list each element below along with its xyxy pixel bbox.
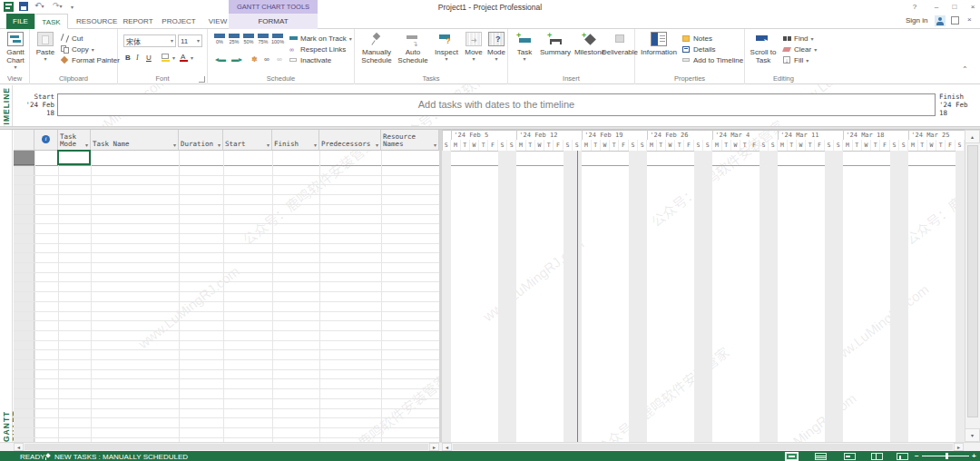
details-button[interactable]: Details [682,44,715,54]
column-header-resource_names[interactable]: ResourceNames▾ [381,130,439,151]
link-arrow-right-icon[interactable]: ▬▸ [231,54,242,64]
column-header-finish[interactable]: Finish▾ [272,130,319,151]
insert-deliverable-button[interactable]: Deliverable [606,32,633,56]
filter-arrow-icon[interactable]: ▾ [85,142,88,148]
percent-100-button[interactable]: 100% [271,34,284,44]
help-button[interactable]: ? [907,2,922,12]
percent-25-button[interactable]: 25% [228,34,240,44]
column-header-predecessors[interactable]: Predecessors▾ [319,130,381,151]
fill-button[interactable]: ↓ Fill▾ [783,55,808,65]
mode-button[interactable]: ? Mode▾ [485,32,507,62]
maximize-button[interactable]: □ [947,2,962,12]
timeline-pane-tab[interactable]: TIMELINE [0,85,13,126]
insert-summary-button[interactable]: + Summary [539,32,572,56]
auto-schedule-button[interactable]: ↴ Auto Schedule [397,32,429,64]
underline-button[interactable]: U [146,53,152,63]
notes-button[interactable]: Notes [682,34,712,44]
font-color-button[interactable]: A▾ [180,53,193,63]
table-scroll-right-icon[interactable]: ▸ [429,443,439,451]
zoom-in-icon[interactable]: + [972,452,976,460]
manually-schedule-button[interactable]: Manually Schedule [358,32,395,64]
inspect-button[interactable]: ? Inspect▾ [433,32,460,62]
font-name-combo[interactable]: 宋体▾ [123,34,176,47]
avatar[interactable] [935,15,946,26]
scroll-to-task-button[interactable]: ➤ Scroll to Task [749,32,778,64]
add-to-timeline-button[interactable]: Add to Timeline [682,55,743,65]
view-report-icon[interactable] [897,453,908,460]
percent-50-button[interactable]: 50% [242,34,255,44]
percent-75-button[interactable]: 75% [257,34,270,44]
status-new-tasks[interactable]: NEW TASKS : MANUALLY SCHEDULED [54,453,188,461]
find-button[interactable]: Find▾ [783,34,814,44]
gantt-hscroll-thumb[interactable] [453,444,953,450]
close-pane-icon[interactable]: × [967,15,972,24]
column-header-duration[interactable]: Duration▾ [179,130,223,151]
font-size-combo[interactable]: 11▾ [178,34,202,47]
sign-in-link[interactable]: Sign in [906,16,927,25]
column-header-task_name[interactable]: Task Name▾ [91,130,179,151]
paste-button[interactable]: Paste▾ [34,32,57,62]
highlight-color-button[interactable]: ▾ [162,53,175,63]
vscroll-thumb[interactable] [967,145,978,417]
link-arrow-left-icon[interactable]: ◂▬ [215,54,226,64]
filter-arrow-icon[interactable]: ▾ [434,142,436,148]
table-hscroll-thumb[interactable] [24,444,428,450]
gantt-scroll-right-icon[interactable]: ▸ [954,443,964,451]
cut-button[interactable]: Cut [61,34,83,44]
filter-arrow-icon[interactable]: ▾ [314,142,317,148]
table-scroll-left-icon[interactable]: ◂ [14,443,24,451]
gantt-pane-tab[interactable]: GANTT CHART [0,130,13,442]
insert-task-button[interactable]: + Task▾ [512,32,537,62]
column-header-start[interactable]: Start▾ [223,130,272,151]
column-header-task_mode[interactable]: TaskMode▾ [58,130,91,151]
column-header-info[interactable]: i [34,130,58,151]
vertical-scrollbar[interactable]: ▴ ▾ [965,130,980,442]
ribbon-options-icon[interactable] [951,16,959,25]
tab-file[interactable]: FILE [6,14,34,29]
tab-project[interactable]: PROJECT [160,14,198,29]
zoom-out-icon[interactable]: − [915,452,919,460]
view-resource-sheet-icon[interactable] [871,453,883,460]
tab-format[interactable]: FORMAT [250,14,296,29]
view-gantt-icon[interactable] [786,453,798,460]
information-button[interactable]: Information [639,32,679,56]
close-button[interactable]: × [965,2,980,12]
gantt-scroll-left-icon[interactable]: ◂ [442,443,452,451]
unlink-tasks-icon[interactable]: ∞ [277,54,282,64]
zoom-slider-thumb[interactable] [946,453,948,459]
italic-button[interactable]: I [136,53,139,63]
column-header-rownum[interactable] [14,130,34,151]
scroll-down-icon[interactable]: ▾ [965,428,980,442]
filter-arrow-icon[interactable]: ▾ [173,142,176,148]
tab-view[interactable]: VIEW [203,14,232,29]
percent-0-button[interactable]: 0% [213,34,226,44]
timeline-placeholder-box[interactable]: Add tasks with dates to the timeline [57,93,936,116]
timeline-placeholder-text: Add tasks with dates to the timeline [58,94,935,115]
mark-on-track-button[interactable]: Mark on Track▾ [289,34,352,44]
table-row-line [14,427,439,428]
tab-resource[interactable]: RESOURCE [76,14,116,29]
move-button[interactable]: ➔ Move▾ [462,32,485,62]
copy-button[interactable]: Copy▾ [61,44,94,54]
clear-button[interactable]: Clear▾ [783,44,817,54]
link-tasks-icon[interactable]: ∞ [264,54,270,64]
format-painter-button[interactable]: Format Painter [61,55,120,65]
selected-row-number-cell[interactable] [14,151,34,165]
respect-links-button[interactable]: ∞ Respect Links [289,44,346,54]
filter-arrow-icon[interactable]: ▾ [267,142,270,148]
tab-report[interactable]: REPORT [121,14,155,29]
view-team-planner-icon[interactable] [844,453,856,460]
view-task-usage-icon[interactable] [815,453,827,460]
selected-cell[interactable] [57,150,91,165]
inactivate-button[interactable]: Inactivate [289,55,331,65]
filter-arrow-icon[interactable]: ▾ [376,142,378,148]
minimize-button[interactable]: – [929,2,944,12]
collapse-ribbon-icon[interactable]: ⌃ [962,65,968,74]
bold-button[interactable]: B [125,53,131,63]
scroll-up-icon[interactable]: ▴ [965,130,980,143]
tab-task[interactable]: TASK [34,14,68,29]
view-splitter[interactable] [439,130,442,451]
split-task-icon[interactable]: ✽ [251,54,258,64]
filter-arrow-icon[interactable]: ▾ [218,142,220,148]
gantt-chart-button[interactable]: Gantt Chart ▾ [2,32,29,70]
